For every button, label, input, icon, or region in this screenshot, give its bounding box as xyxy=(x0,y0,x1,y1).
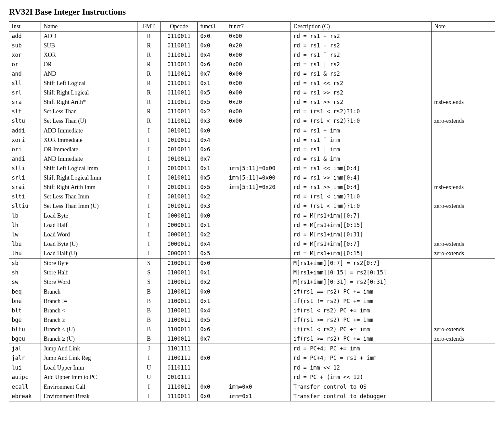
cell-opcode: 0000011 xyxy=(161,249,198,259)
cell-inst: sltu xyxy=(9,116,41,126)
cell-name: Branch < (U) xyxy=(41,325,137,334)
table-row: luiLoad Upper ImmU0110111rd = imm << 12 xyxy=(9,363,495,373)
cell-funct7: 0x00 xyxy=(226,60,291,69)
table-row: lbLoad ByteI00000110x0rd = M[rs1+imm][0:… xyxy=(9,211,495,221)
cell-funct3: 0x2 xyxy=(198,230,226,239)
cell-name: Load Upper Imm xyxy=(41,363,137,373)
table-header-row: Inst Name FMT Opcode funct3 funct7 Descr… xyxy=(9,22,495,32)
cell-funct7: imm[5:11]=0x00 xyxy=(226,173,291,183)
cell-inst: srl xyxy=(9,88,41,97)
cell-fmt: B xyxy=(137,334,161,344)
cell-funct7: 0x00 xyxy=(226,69,291,79)
cell-funct3: 0x1 xyxy=(198,221,226,230)
cell-fmt: I xyxy=(137,145,161,154)
cell-name: Set Less Than Imm (U) xyxy=(41,201,137,211)
cell-name: OR Immediate xyxy=(41,145,137,154)
table-row: auipcAdd Upper Imm to PCU0010111rd = PC … xyxy=(9,373,495,382)
cell-opcode: 0100011 xyxy=(161,268,198,277)
cell-desc: Transfer control to OS xyxy=(291,382,431,392)
table-row: srliShift Right Logical ImmI00100110x5im… xyxy=(9,173,495,183)
cell-note xyxy=(432,126,495,136)
cell-inst: sll xyxy=(9,79,41,88)
cell-note: zero-extends xyxy=(432,325,495,334)
cell-desc: rd = (rs1 < rs2)?1:0 xyxy=(291,107,431,116)
cell-inst: ori xyxy=(9,145,41,154)
cell-name: Set Less Than xyxy=(41,107,137,116)
col-funct3: funct3 xyxy=(198,22,226,32)
table-row: subSUBR01100110x00x20rd = rs1 - rs2 xyxy=(9,41,495,50)
col-note: Note xyxy=(432,22,495,32)
cell-name: XOR xyxy=(41,50,137,60)
cell-funct7 xyxy=(226,268,291,277)
cell-inst: slti xyxy=(9,192,41,201)
cell-desc: M[rs1+imm][0:31] = rs2[0:31] xyxy=(291,277,431,287)
cell-funct7 xyxy=(226,287,291,297)
cell-note xyxy=(432,382,495,392)
cell-fmt: S xyxy=(137,277,161,287)
cell-inst: srli xyxy=(9,173,41,183)
cell-desc: Transfer control to debugger xyxy=(291,392,431,401)
cell-note xyxy=(432,230,495,239)
cell-inst: sw xyxy=(9,277,41,287)
cell-funct7 xyxy=(226,211,291,221)
cell-fmt: I xyxy=(137,230,161,239)
cell-name: Shift Right Arith Imm xyxy=(41,183,137,192)
cell-fmt: R xyxy=(137,50,161,60)
cell-opcode: 1101111 xyxy=(161,344,198,354)
cell-name: Jump And Link xyxy=(41,344,137,354)
cell-fmt: B xyxy=(137,297,161,306)
cell-fmt: S xyxy=(137,259,161,268)
cell-funct7 xyxy=(226,259,291,268)
cell-funct3: 0x1 xyxy=(198,268,226,277)
cell-desc: rd = PC+4; PC += imm xyxy=(291,344,431,354)
cell-opcode: 0110011 xyxy=(161,97,198,107)
table-row: beqBranch ==B11000110x0if(rs1 == rs2) PC… xyxy=(9,287,495,297)
cell-funct7 xyxy=(226,297,291,306)
cell-fmt: I xyxy=(137,201,161,211)
cell-fmt: I xyxy=(137,353,161,363)
cell-funct3: 0x4 xyxy=(198,239,226,249)
cell-inst: bge xyxy=(9,315,41,325)
cell-desc: rd = M[rs1+imm][0:31] xyxy=(291,230,431,239)
cell-fmt: J xyxy=(137,344,161,354)
cell-funct7 xyxy=(226,325,291,334)
cell-funct7 xyxy=(226,306,291,315)
cell-inst: blt xyxy=(9,306,41,315)
cell-note xyxy=(432,107,495,116)
table-row: swStore WordS01000110x2M[rs1+imm][0:31] … xyxy=(9,277,495,287)
cell-opcode: 1100011 xyxy=(161,297,198,306)
cell-opcode: 0010011 xyxy=(161,173,198,183)
cell-funct3 xyxy=(198,344,226,354)
cell-funct7 xyxy=(226,249,291,259)
table-row: andiAND ImmediateI00100110x7rd = rs1 & i… xyxy=(9,154,495,164)
table-row: bgeuBranch ≥ (U)B11000110x7if(rs1 >= rs2… xyxy=(9,334,495,344)
cell-funct7: 0x00 xyxy=(226,32,291,41)
table-row: lwLoad WordI00000110x2rd = M[rs1+imm][0:… xyxy=(9,230,495,239)
table-row: bltBranch <B11000110x4if(rs1 < rs2) PC +… xyxy=(9,306,495,315)
cell-desc: rd = M[rs1+imm][0:7] xyxy=(291,211,431,221)
cell-note xyxy=(432,173,495,183)
cell-desc: rd = (rs1 < imm)?1:0 xyxy=(291,192,431,201)
cell-funct7: 0x00 xyxy=(226,107,291,116)
cell-fmt: I xyxy=(137,392,161,401)
cell-note xyxy=(432,268,495,277)
cell-desc: rd = rs1 + imm xyxy=(291,126,431,136)
table-row: shStore HalfS01000110x1M[rs1+imm][0:15] … xyxy=(9,268,495,277)
cell-funct3: 0x4 xyxy=(198,135,226,145)
cell-opcode: 0110011 xyxy=(161,88,198,97)
cell-name: Environment Call xyxy=(41,382,137,392)
cell-funct3: 0x0 xyxy=(198,211,226,221)
cell-name: AND xyxy=(41,69,137,79)
cell-desc: rd = PC + (imm << 12) xyxy=(291,373,431,382)
table-row: lbuLoad Byte (U)I00000110x4rd = M[rs1+im… xyxy=(9,239,495,249)
cell-note xyxy=(432,60,495,69)
cell-inst: bgeu xyxy=(9,334,41,344)
cell-note: zero-extends xyxy=(432,239,495,249)
cell-desc: rd = rs1 >> imm[0:4] xyxy=(291,183,431,192)
cell-note xyxy=(432,297,495,306)
table-row: xoriXOR ImmediateI00100110x4rd = rs1 ˆ i… xyxy=(9,135,495,145)
cell-fmt: R xyxy=(137,60,161,69)
cell-fmt: I xyxy=(137,382,161,392)
cell-opcode: 0110111 xyxy=(161,363,198,373)
cell-inst: ebreak xyxy=(9,392,41,401)
